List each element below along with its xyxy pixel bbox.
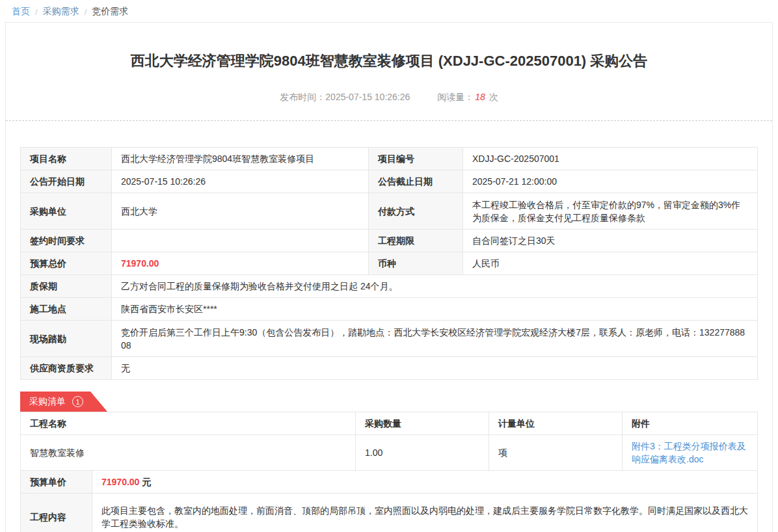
divider	[6, 120, 772, 121]
info-label: 质保期	[21, 275, 112, 298]
purchase-list-count-badge: 1	[72, 396, 83, 407]
info-label: 工程期限	[369, 230, 463, 252]
table-header-row: 工程名称 采购数量 计量单位 附件	[21, 412, 758, 435]
table-row: 施工地点 陕西省西安市长安区****	[21, 298, 758, 321]
table-row: 预算总价 71970.00 币种 人民币	[21, 252, 758, 275]
info-value: 西北大学	[112, 193, 369, 230]
publish-time-value: 2025-07-15 10:26:26	[325, 92, 410, 102]
table-row: 预算单价 71970.00元	[21, 471, 758, 494]
publish-time-label: 发布时间：	[280, 92, 325, 102]
info-value: 人民币	[463, 252, 758, 275]
info-value	[112, 230, 369, 252]
views-count: 18	[474, 92, 487, 102]
views-unit: 次	[489, 92, 498, 102]
announcement-card: 西北大学经济管理学院9804班智慧教室装修项目 (XDJJ-GC-2025070…	[5, 22, 773, 532]
table-row: 签约时间要求 工程期限 自合同签订之日30天	[21, 230, 758, 252]
attachment-link[interactable]: 附件3：工程类分项报价表及响应偏离表改.doc	[632, 441, 746, 464]
info-value: 自合同签订之日30天	[463, 230, 758, 252]
project-info-table: 项目名称 西北大学经济管理学院9804班智慧教室装修项目 项目编号 XDJJ-G…	[20, 147, 758, 380]
info-label: 预算总价	[21, 252, 112, 275]
info-label: 公告开始日期	[21, 170, 112, 193]
unit-price-currency: 元	[142, 477, 151, 487]
info-label: 公告截止日期	[369, 170, 463, 193]
info-label: 付款方式	[369, 193, 463, 230]
breadcrumb-separator: /	[85, 7, 87, 17]
info-label: 签约时间要求	[21, 230, 112, 252]
table-row: 现场踏勘 竞价开启后第三个工作日上午9:30（包含公告发布日），踏勘地点：西北大…	[21, 321, 758, 357]
item-name: 智慧教室装修	[21, 435, 356, 471]
views-label: 阅读量：	[437, 92, 474, 102]
item-unit: 项	[489, 435, 623, 471]
purchase-list-table: 工程名称 采购数量 计量单位 附件 智慧教室装修 1.00 项 附件3：工程类分…	[20, 412, 758, 532]
item-quantity: 1.00	[356, 435, 489, 471]
unit-price-cell: 71970.00元	[92, 471, 758, 494]
info-label: 采购单位	[21, 193, 112, 230]
info-value: 2025-07-21 12:00:00	[463, 170, 758, 193]
table-row: 工程内容 此项目主要包含，教室内的地面处理，前面消音、顶部的局部吊顶，室内照面以…	[21, 494, 758, 532]
breadcrumb-separator: /	[35, 7, 38, 17]
column-header-attachment: 附件	[623, 412, 758, 435]
info-value: XDJJ-GC-202507001	[463, 148, 758, 170]
info-value: 陕西省西安市长安区****	[112, 298, 758, 321]
table-row: 智慧教室装修 1.00 项 附件3：工程类分项报价表及响应偏离表改.doc	[21, 435, 758, 471]
info-value: 竞价开启后第三个工作日上午9:30（包含公告发布日），踏勘地点：西北大学长安校区…	[112, 321, 758, 357]
info-value: 乙方对合同工程的质量保修期为验收合格并交付使用之日起 24个月。	[112, 275, 758, 298]
column-header-name: 工程名称	[21, 412, 356, 435]
announcement-meta: 发布时间：2025-07-15 10:26:26 阅读量：18 次	[20, 92, 758, 103]
unit-price-label: 预算单价	[21, 471, 92, 494]
item-attachment-cell: 附件3：工程类分项报价表及响应偏离表改.doc	[623, 435, 758, 471]
breadcrumb-current: 竞价需求	[92, 6, 128, 18]
breadcrumb-home-link[interactable]: 首页	[12, 6, 30, 18]
breadcrumb: 首页 / 采购需求 / 竞价需求	[0, 0, 778, 18]
info-label: 现场踏勘	[21, 321, 112, 357]
breadcrumb-section-link[interactable]: 采购需求	[43, 6, 79, 18]
table-row: 公告开始日期 2025-07-15 10:26:26 公告截止日期 2025-0…	[21, 170, 758, 193]
content-value: 此项目主要包含，教室内的地面处理，前面消音、顶部的局部吊顶，室内照面以及内弱电的…	[92, 494, 758, 532]
info-value: 本工程竣工验收合格后，付至审定价款的97%，留审定金额的3%作为质保金，质保金支…	[463, 193, 758, 230]
info-value: 无	[112, 357, 758, 380]
info-value: 2025-07-15 10:26:26	[112, 170, 369, 193]
column-header-unit: 计量单位	[489, 412, 623, 435]
info-label: 币种	[369, 252, 463, 275]
table-row: 采购单位 西北大学 付款方式 本工程竣工验收合格后，付至审定价款的97%，留审定…	[21, 193, 758, 230]
column-header-quantity: 采购数量	[356, 412, 489, 435]
purchase-list-badge: 采购清单 1	[20, 392, 107, 412]
table-row: 项目名称 西北大学经济管理学院9804班智慧教室装修项目 项目编号 XDJJ-G…	[21, 148, 758, 170]
info-label: 供应商资质要求	[21, 357, 112, 380]
budget-total-value: 71970.00	[112, 252, 369, 275]
info-label: 项目编号	[369, 148, 463, 170]
info-value: 西北大学经济管理学院9804班智慧教室装修项目	[112, 148, 369, 170]
content-label: 工程内容	[21, 494, 92, 532]
info-label: 项目名称	[21, 148, 112, 170]
table-row: 质保期 乙方对合同工程的质量保修期为验收合格并交付使用之日起 24个月。	[21, 275, 758, 298]
purchase-list-badge-label: 采购清单	[29, 396, 66, 408]
page-title: 西北大学经济管理学院9804班智慧教室装修项目 (XDJJ-GC-2025070…	[20, 51, 758, 71]
unit-price-value: 71970.00	[101, 477, 139, 487]
info-label: 施工地点	[21, 298, 112, 321]
table-row: 供应商资质要求 无	[21, 357, 758, 380]
